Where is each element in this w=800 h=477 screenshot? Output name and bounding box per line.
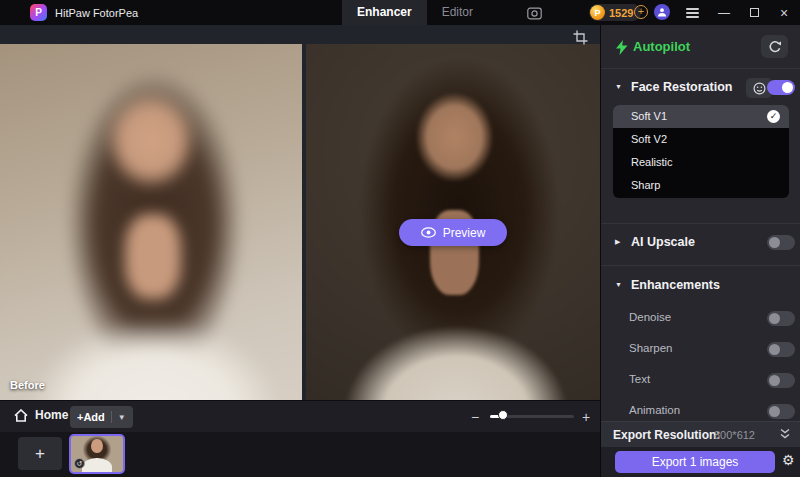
animation-label: Animation [629,404,680,416]
crop-icon[interactable] [573,30,589,46]
sharpen-row: Sharpen [601,341,800,357]
option-soft-v2[interactable]: Soft V2 [613,128,789,151]
reset-button[interactable] [761,35,788,58]
zoom-out-button[interactable]: − [471,409,479,425]
sharpen-toggle[interactable] [767,342,795,357]
divider [111,411,112,423]
ai-upscale-toggle[interactable] [767,235,795,250]
app-title: HitPaw FotorPea [55,7,138,19]
ai-upscale-label: AI Upscale [631,235,695,249]
text-toggle[interactable] [767,373,795,388]
coin-count: 1529 [609,7,633,19]
denoise-label: Denoise [629,311,671,323]
export-resolution-value: 800*612 [714,429,755,441]
option-realistic[interactable]: Realistic [613,151,789,174]
double-chevron-icon[interactable] [779,427,791,445]
image-canvas: Before Preview [0,25,600,400]
export-footer: Export 1 images ⚙ [601,447,800,477]
before-image[interactable]: Before [0,44,302,400]
export-resolution-label: Export Resolution: [613,428,720,442]
face-restoration-label: Face Restoration [631,80,732,94]
face-restoration-model-list: Soft V1 ✓ Soft V2 Realistic Sharp [613,105,789,198]
zoom-slider-handle[interactable] [498,410,508,420]
add-label: +Add [77,411,105,423]
zoom-in-button[interactable]: + [582,409,590,425]
home-icon [14,409,28,422]
text-label: Text [629,373,650,385]
tab-editor[interactable]: Editor [427,0,488,25]
check-icon: ✓ [767,110,780,123]
add-coins-button[interactable]: + [634,5,648,19]
chevron-down-icon[interactable]: ▼ [118,413,126,422]
face-restoration-toggle[interactable] [767,80,795,95]
face-restoration-row: ▼ Face Restoration [601,78,800,98]
filmstrip: + ↺ [0,432,600,477]
export-button[interactable]: Export 1 images [615,451,775,473]
app-logo-icon: P [30,4,47,21]
maximize-button[interactable] [742,0,766,25]
preview-button[interactable]: Preview [399,219,507,246]
expand-triangle-icon[interactable]: ▼ [615,83,622,90]
ai-upscale-row: ▶ AI Upscale [601,233,800,253]
enhancements-label: Enhancements [631,278,720,292]
enhancements-row: ▼ Enhancements [601,276,800,296]
divider [601,223,800,224]
account-icon[interactable] [654,4,670,20]
autopilot-row: Autopilot [601,35,800,59]
close-button[interactable]: × [772,0,796,25]
option-sharp[interactable]: Sharp [613,174,789,197]
refresh-icon [768,40,782,54]
sharpen-label: Sharpen [629,342,672,354]
minimize-button[interactable]: — [712,0,736,25]
before-label: Before [10,379,45,391]
menu-icon[interactable] [686,8,699,18]
gear-icon[interactable]: ⚙ [782,452,795,468]
screenshot-icon[interactable] [527,6,542,19]
lightning-icon [616,40,628,59]
before-portrait [0,44,302,400]
divider [601,68,800,69]
option-soft-v1[interactable]: Soft V1 ✓ [613,105,789,128]
animation-row: Animation [601,403,800,419]
denoise-toggle[interactable] [767,311,795,326]
divider [601,265,800,266]
denoise-row: Denoise [601,310,800,326]
text-row: Text [601,372,800,388]
add-image-button[interactable]: +Add ▼ [70,406,133,428]
history-icon[interactable]: ↺ [74,458,85,469]
main-tabs: Enhancer Editor [342,0,488,25]
home-button[interactable]: Home [14,408,68,422]
coin-icon: P [590,5,605,20]
settings-sidebar: Autopilot ▼ Face Restoration Soft V1 ✓ S… [600,25,800,477]
smiley-icon [753,82,766,95]
home-label: Home [35,408,68,422]
export-resolution-row: Export Resolution: 800*612 [601,421,800,447]
eye-icon [421,227,436,238]
hitpaw-fotorpea-window: P HitPaw FotorPea Enhancer Editor P 1529… [0,0,800,477]
titlebar: P HitPaw FotorPea Enhancer Editor P 1529… [0,0,800,25]
preview-label: Preview [443,226,486,240]
add-thumbnail-button[interactable]: + [18,437,62,470]
image-thumbnail-selected[interactable]: ↺ [69,434,125,474]
bottom-toolbar: Home +Add ▼ − + [0,400,600,432]
autopilot-label: Autopilot [633,39,690,54]
expand-triangle-icon[interactable]: ▼ [615,281,622,288]
animation-toggle[interactable] [767,404,795,419]
tab-enhancer[interactable]: Enhancer [342,0,427,25]
collapsed-triangle-icon[interactable]: ▶ [615,238,620,246]
